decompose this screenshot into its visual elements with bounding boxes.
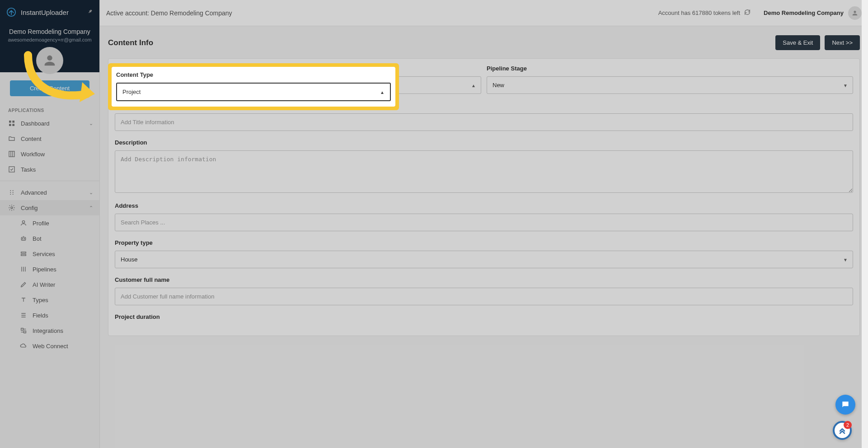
page-header: Content Info Save & Exit Next >> [108,35,860,50]
integrations-icon [20,327,27,334]
pipeline-stage-value: New [487,76,853,94]
svg-rect-2 [12,121,14,123]
svg-rect-1 [9,121,11,123]
property-type-group: Property type House ▼ [115,239,853,268]
sidebar-item-profile[interactable]: Profile [0,215,99,231]
title-input[interactable] [115,113,853,131]
svg-point-12 [13,190,14,191]
brand[interactable]: InstantUploader [0,0,99,24]
topbar-company[interactable]: Demo Remodeling Company [764,9,844,16]
token-text: Account has 617880 tokens left [658,9,740,16]
content-type-highlight: Content Type Project ▲ [108,63,399,110]
chevron-down-icon: ⌄ [89,121,93,126]
next-button[interactable]: Next >> [825,35,860,50]
chevron-up-icon: ⌃ [89,205,93,211]
sidebar-item-label: Dashboard [21,120,50,127]
sidebar-item-tasks[interactable]: Tasks [0,162,99,177]
sidebar-company-email: awesomedemoagency+rr@gmail.com [6,37,93,42]
create-content-button[interactable]: Create Content [10,80,89,96]
sidebar-item-services[interactable]: Services [0,246,99,261]
active-account-prefix: Active account: [106,9,151,17]
sidebar-item-ai-writer[interactable]: AI Writer [0,277,99,292]
pipeline-stage-label: Pipeline Stage [487,65,853,72]
sidebar-item-label: Advanced [21,189,47,196]
sidebar-item-fields[interactable]: Fields [0,308,99,323]
sidebar-item-label: Types [33,297,48,303]
svg-rect-4 [12,124,14,126]
svg-point-14 [13,194,14,195]
project-duration-group: Project duration [115,313,853,325]
sidebar-item-content[interactable]: Content [0,131,99,146]
sidebar-item-label: Bot [33,235,42,242]
sidebar-item-label: Profile [33,220,49,227]
pipeline-stage-select[interactable]: New ▼ [487,76,853,94]
sidebar-item-config[interactable]: Config ⌃ [0,200,99,215]
fields-icon [20,312,27,319]
sidebar-item-types[interactable]: Types [0,292,99,308]
svg-rect-23 [21,328,23,331]
customer-name-input[interactable] [115,288,853,305]
folder-icon [8,135,15,142]
chevron-down-icon: ⌄ [89,190,93,196]
address-input[interactable] [115,214,853,231]
avatar-icon[interactable] [36,47,63,74]
svg-rect-3 [9,124,11,126]
refresh-icon[interactable] [744,9,751,17]
brand-name: InstantUploader [21,9,69,16]
sidebar-item-workflow[interactable]: Workflow [0,146,99,162]
caret-up-icon: ▲ [380,89,385,94]
property-type-value: House [115,251,853,268]
pipeline-stage-group: Pipeline Stage New ▼ [487,65,853,94]
bot-icon [20,235,27,242]
customer-name-group: Customer full name [115,276,853,305]
address-group: Address [115,202,853,231]
chat-widget-button[interactable] [835,395,855,415]
sidebar-company-block: Demo Remodeling Company awesomedemoagenc… [0,24,99,42]
sidebar-item-label: Pipelines [33,266,56,273]
user-icon [20,219,27,227]
nav-heading-applications: APPLICATIONS [0,102,99,116]
sidebar-item-label: Content [21,135,42,142]
description-textarea[interactable] [115,150,853,193]
sidebar-item-integrations[interactable]: Integrations [0,323,99,338]
sidebar-item-web-connect[interactable]: Web Connect [0,338,99,354]
gear-icon [8,204,15,211]
svg-rect-24 [24,331,26,333]
help-badge-count: 2 [844,421,852,429]
type-icon [20,296,27,303]
property-type-select[interactable]: House ▼ [115,251,853,268]
pin-icon[interactable] [88,8,93,15]
sidebar-avatar-row [0,47,99,74]
token-info: Account has 617880 tokens left [658,9,751,17]
content-type-highlight-select[interactable]: Project ▲ [116,83,391,101]
page-title: Content Info [108,38,153,47]
grid-icon [8,120,15,127]
sidebar-item-dashboard[interactable]: Dashboard ⌄ [0,116,99,131]
svg-rect-21 [21,252,26,253]
topbar: Active account: Demo Remodeling Company … [100,0,868,26]
sidebar-item-advanced[interactable]: Advanced ⌄ [0,185,99,200]
vertical-scrollbar[interactable] [862,0,868,448]
property-type-label: Property type [115,239,853,246]
save-exit-button[interactable]: Save & Exit [775,35,820,50]
svg-rect-8 [9,167,14,172]
address-label: Address [115,202,853,209]
active-account-value: Demo Remodeling Company [151,9,232,17]
svg-point-15 [11,207,13,209]
sidebar-item-pipelines[interactable]: Pipelines [0,261,99,277]
svg-point-10 [10,192,11,193]
sidebar-item-label: Integrations [33,327,63,334]
svg-point-11 [10,194,11,195]
active-account: Active account: Demo Remodeling Company [106,9,232,17]
sidebar: InstantUploader Demo Remodeling Company … [0,0,100,448]
description-label: Description [115,139,853,146]
sidebar-item-bot[interactable]: Bot [0,231,99,246]
drag-icon [8,189,15,196]
sidebar-item-label: Fields [33,312,48,319]
sidebar-item-label: AI Writer [33,281,55,288]
help-widget-button[interactable]: 2 [833,421,852,440]
topbar-avatar-icon[interactable] [848,6,862,20]
check-icon [8,166,15,173]
sidebar-item-label: Workflow [21,151,45,158]
svg-point-18 [22,238,23,239]
